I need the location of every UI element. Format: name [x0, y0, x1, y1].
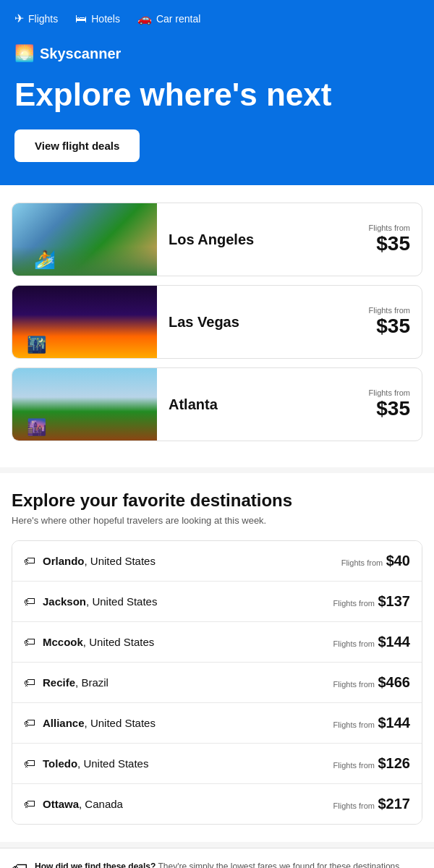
hero-content: Explore where's next View flight deals	[0, 69, 434, 185]
nav-hotels-label: Hotels	[91, 13, 120, 25]
dest-label-jackson: Jackson, United States	[43, 595, 333, 608]
nav-car-label: Car rental	[156, 13, 200, 25]
dest-label-toledo: Toledo, United States	[43, 757, 333, 770]
list-price-orlando: Flights from $40	[341, 553, 410, 569]
destination-image-las-vegas	[12, 286, 157, 358]
flights-icon: ✈	[14, 12, 24, 25]
list-item-toledo[interactable]: 🏷 Toledo, United States Flights from $12…	[12, 744, 422, 784]
nav-item-car-rental[interactable]: 🚗 Car rental	[137, 12, 200, 25]
list-item-recife[interactable]: 🏷 Recife, Brazil Flights from $466	[12, 663, 422, 703]
tag-icon-mccook: 🏷	[24, 636, 35, 649]
dest-label-recife: Recife, Brazil	[43, 676, 333, 689]
destination-card-atlanta[interactable]: Atlanta Flights from $35	[12, 367, 422, 441]
price-lv: $35	[376, 315, 410, 337]
flights-from-label-lv: Flights from	[369, 306, 410, 315]
list-item-jackson[interactable]: 🏷 Jackson, United States Flights from $1…	[12, 582, 422, 622]
nav-flights-label: Flights	[28, 13, 58, 25]
destinations-list: 🏷 Orlando, United States Flights from $4…	[12, 540, 422, 825]
logo-section: 🌅 Skyscanner	[0, 37, 434, 69]
destination-price-atlanta: Flights from $35	[357, 380, 422, 429]
nav-item-flights[interactable]: ✈ Flights	[14, 12, 58, 25]
logo-text: Skyscanner	[40, 46, 121, 62]
flights-from-label-atl: Flights from	[369, 388, 410, 397]
destination-price-las-vegas: Flights from $35	[357, 297, 422, 346]
explore-title: Explore your favorite destinations	[12, 490, 422, 511]
dest-label-mccook: Mccook, United States	[43, 636, 333, 648]
footer-text: How did we find these deals? They're sim…	[35, 860, 422, 868]
dest-label-alliance: Alliance, United States	[43, 717, 333, 729]
list-price-recife: Flights from $466	[333, 674, 410, 691]
list-price-ottawa: Flights from $217	[333, 796, 410, 812]
footer-icon: 🏷	[12, 860, 27, 868]
list-price-jackson: Flights from $137	[333, 593, 410, 610]
destination-name-los-angeles: Los Angeles	[169, 231, 254, 247]
view-flight-deals-button[interactable]: View flight deals	[14, 129, 140, 162]
car-icon: 🚗	[137, 12, 152, 25]
tag-icon-recife: 🏷	[24, 676, 35, 689]
tag-icon-orlando: 🏷	[24, 555, 35, 568]
price-la: $35	[376, 232, 410, 255]
list-item-alliance[interactable]: 🏷 Alliance, United States Flights from $…	[12, 703, 422, 744]
dest-label-orlando: Orlando, United States	[43, 555, 341, 567]
flights-from-label-la: Flights from	[369, 224, 410, 232]
destination-info-atlanta: Atlanta	[157, 388, 357, 422]
logo-icon: 🌅	[14, 44, 34, 63]
nav-item-hotels[interactable]: 🛏 Hotels	[75, 12, 120, 25]
footer-note: 🏷 How did we find these deals? They're s…	[0, 848, 434, 868]
destination-info-los-angeles: Los Angeles	[157, 223, 357, 257]
dest-label-ottawa: Ottawa, Canada	[43, 798, 333, 810]
list-price-alliance: Flights from $144	[333, 715, 410, 731]
destination-info-las-vegas: Las Vegas	[157, 305, 357, 339]
list-price-mccook: Flights from $144	[333, 634, 410, 650]
list-item-mccook[interactable]: 🏷 Mccook, United States Flights from $14…	[12, 622, 422, 663]
tag-icon-jackson: 🏷	[24, 595, 35, 608]
destination-name-atlanta: Atlanta	[169, 396, 218, 412]
featured-destinations-section: Los Angeles Flights from $35 Las Vegas F…	[0, 185, 434, 467]
destination-image-atlanta	[12, 368, 157, 441]
hero-title: Explore where's next	[14, 77, 420, 112]
destination-name-las-vegas: Las Vegas	[169, 314, 239, 330]
destination-card-las-vegas[interactable]: Las Vegas Flights from $35	[12, 285, 422, 359]
destination-card-los-angeles[interactable]: Los Angeles Flights from $35	[12, 203, 422, 276]
destination-image-los-angeles	[12, 203, 157, 276]
list-item-ottawa[interactable]: 🏷 Ottawa, Canada Flights from $217	[12, 784, 422, 824]
nav-bar: ✈ Flights 🛏 Hotels 🚗 Car rental	[0, 0, 434, 37]
explore-section: Explore your favorite destinations Here'…	[0, 473, 434, 842]
hotels-icon: 🛏	[75, 12, 87, 25]
tag-icon-ottawa: 🏷	[24, 798, 35, 811]
price-atl: $35	[376, 397, 410, 420]
list-item-orlando[interactable]: 🏷 Orlando, United States Flights from $4…	[12, 541, 422, 582]
tag-icon-toledo: 🏷	[24, 757, 35, 770]
list-price-toledo: Flights from $126	[333, 755, 410, 772]
destination-price-los-angeles: Flights from $35	[357, 215, 422, 264]
explore-subtitle: Here's where other hopeful travelers are…	[12, 515, 422, 526]
tag-icon-alliance: 🏷	[24, 717, 35, 730]
